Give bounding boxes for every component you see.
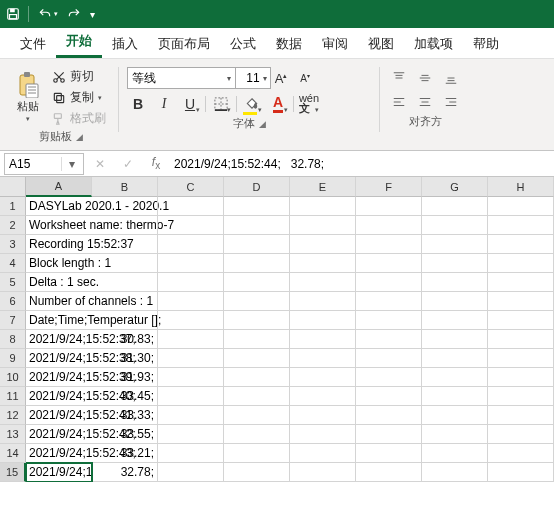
cell[interactable] <box>488 387 554 406</box>
cell[interactable] <box>290 235 356 254</box>
cell[interactable] <box>158 330 224 349</box>
cell[interactable] <box>158 349 224 368</box>
cell[interactable] <box>488 406 554 425</box>
cell[interactable] <box>488 197 554 216</box>
cell[interactable] <box>422 387 488 406</box>
cell[interactable] <box>290 311 356 330</box>
cell[interactable] <box>356 406 422 425</box>
align-top-icon[interactable] <box>388 67 410 89</box>
cell[interactable] <box>488 368 554 387</box>
cell[interactable] <box>290 197 356 216</box>
column-header[interactable]: A <box>26 177 92 197</box>
cell[interactable] <box>422 330 488 349</box>
cell[interactable] <box>224 254 290 273</box>
cell[interactable] <box>224 330 290 349</box>
cell[interactable] <box>224 197 290 216</box>
column-header[interactable]: C <box>158 177 224 197</box>
cell[interactable]: Number of channels : 1 <box>26 292 92 311</box>
bold-icon[interactable]: B <box>127 93 149 115</box>
row-header[interactable]: 12 <box>0 406 26 425</box>
copy-button[interactable]: 复制 ▾ <box>48 88 110 107</box>
tab-插入[interactable]: 插入 <box>102 30 148 58</box>
borders-icon[interactable]: ▾ <box>210 93 232 115</box>
cell[interactable]: 30.83; <box>92 330 158 349</box>
cell[interactable] <box>224 387 290 406</box>
name-box-input[interactable] <box>5 157 61 171</box>
cell[interactable] <box>158 292 224 311</box>
cell[interactable] <box>488 425 554 444</box>
cell[interactable] <box>290 273 356 292</box>
phonetic-guide-icon[interactable]: wén文▾ <box>298 93 320 115</box>
cell[interactable]: DASYLab 2020.1 - 2020.1 <box>26 197 92 216</box>
cell[interactable] <box>356 254 422 273</box>
cell[interactable] <box>356 311 422 330</box>
cell[interactable] <box>92 311 158 330</box>
cell[interactable] <box>488 444 554 463</box>
cell[interactable] <box>224 273 290 292</box>
cell[interactable] <box>356 273 422 292</box>
cell[interactable]: 2021/9/24;15:52:37; <box>26 330 92 349</box>
cell[interactable] <box>224 311 290 330</box>
cell[interactable] <box>92 273 158 292</box>
cell[interactable] <box>158 311 224 330</box>
row-header[interactable]: 15 <box>0 463 26 482</box>
cell[interactable]: Delta : 1 sec. <box>26 273 92 292</box>
cell[interactable] <box>290 387 356 406</box>
cell[interactable] <box>422 311 488 330</box>
cell[interactable]: Worksheet name: thermo-7 <box>26 216 92 235</box>
align-center-icon[interactable] <box>414 91 436 113</box>
cell[interactable] <box>422 368 488 387</box>
cell[interactable] <box>158 387 224 406</box>
cell[interactable]: Date;Time;Temperatur []; <box>26 311 92 330</box>
cell[interactable] <box>158 197 224 216</box>
cell[interactable] <box>158 444 224 463</box>
tab-开始[interactable]: 开始 <box>56 27 102 58</box>
cell[interactable]: 2021/9/24;15:52:39; <box>26 368 92 387</box>
cell[interactable] <box>290 463 356 482</box>
cell[interactable] <box>224 425 290 444</box>
cell[interactable] <box>224 235 290 254</box>
align-bottom-icon[interactable] <box>440 67 462 89</box>
tab-数据[interactable]: 数据 <box>266 30 312 58</box>
align-middle-icon[interactable] <box>414 67 436 89</box>
cell[interactable] <box>290 406 356 425</box>
redo-icon[interactable] <box>66 7 82 21</box>
align-right-icon[interactable] <box>440 91 462 113</box>
cell[interactable] <box>92 197 158 216</box>
cell[interactable] <box>422 235 488 254</box>
cell[interactable] <box>422 292 488 311</box>
column-header[interactable]: H <box>488 177 554 197</box>
cut-button[interactable]: 剪切 <box>48 67 110 86</box>
cell[interactable]: 31.30; <box>92 349 158 368</box>
cell[interactable] <box>488 273 554 292</box>
format-painter-button[interactable]: 格式刷 <box>48 109 110 128</box>
cell[interactable] <box>158 216 224 235</box>
cell[interactable] <box>356 235 422 254</box>
cell[interactable]: Block length : 1 <box>26 254 92 273</box>
cell[interactable]: 33.33; <box>92 406 158 425</box>
cell[interactable] <box>488 349 554 368</box>
cell[interactable] <box>290 330 356 349</box>
tab-加载项[interactable]: 加载项 <box>404 30 463 58</box>
row-header[interactable]: 1 <box>0 197 26 216</box>
cell[interactable] <box>488 216 554 235</box>
cell[interactable]: 33.21; <box>92 444 158 463</box>
cell[interactable] <box>356 463 422 482</box>
launcher-icon[interactable]: ◢ <box>76 132 83 142</box>
cell[interactable] <box>356 216 422 235</box>
customize-qat-icon[interactable]: ▾ <box>90 9 95 20</box>
cell[interactable] <box>356 197 422 216</box>
cell[interactable] <box>488 254 554 273</box>
cell[interactable]: 32.78; <box>92 463 158 482</box>
select-all-corner[interactable] <box>0 177 26 197</box>
column-header[interactable]: F <box>356 177 422 197</box>
cell[interactable] <box>224 216 290 235</box>
cell[interactable] <box>158 463 224 482</box>
cell[interactable] <box>356 368 422 387</box>
name-box[interactable]: ▾ <box>4 153 84 175</box>
font-size-select[interactable] <box>235 67 271 89</box>
font-color-icon[interactable]: A▾ <box>267 93 289 115</box>
cell[interactable] <box>488 292 554 311</box>
cell[interactable] <box>356 444 422 463</box>
row-header[interactable]: 13 <box>0 425 26 444</box>
